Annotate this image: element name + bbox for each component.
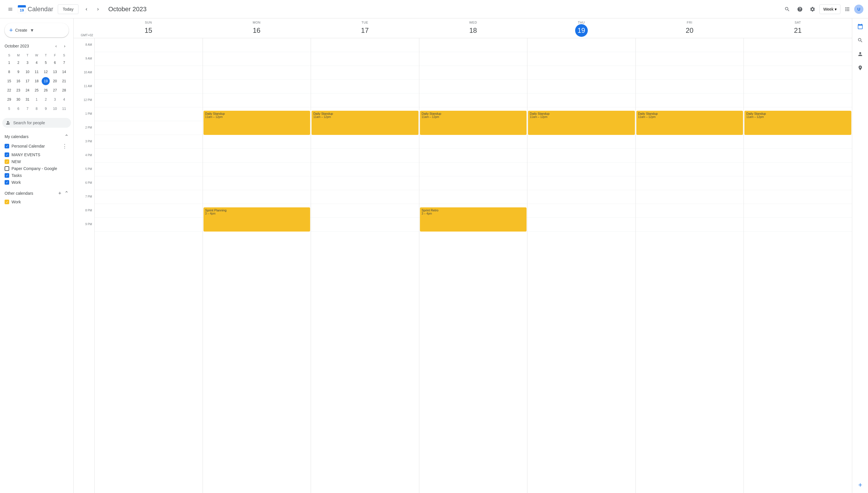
mini-day-2[interactable]: 2 [42,95,50,104]
mini-day-7[interactable]: 7 [24,105,31,113]
help-button[interactable] [794,3,806,15]
mini-day-18[interactable]: 18 [32,77,41,85]
event-4-3[interactable]: Daily Standup11am – 12pm [528,111,635,135]
mini-day-23[interactable]: 23 [14,86,22,94]
next-button[interactable]: › [92,3,104,15]
my-calendars-header[interactable]: My calendars ⌃ [2,132,71,141]
cal-item-more-0[interactable]: ⋮ [61,142,69,150]
my-cal-item-5[interactable]: Work [2,179,71,186]
event-1-6[interactable]: Sprint Planning3 – 4pm [204,207,311,232]
mini-day-4[interactable]: 4 [32,59,41,67]
mini-day-3[interactable]: 3 [51,95,59,104]
day-header-1[interactable]: MON16 [203,18,311,38]
mini-day-10[interactable]: 10 [24,68,31,76]
settings-button[interactable] [807,3,818,15]
mini-day-2[interactable]: 2 [14,59,22,67]
create-button[interactable]: + Create ▾ [5,23,69,37]
my-cal-item-0[interactable]: Personal Calendar⋮ [2,141,71,151]
day-header-2[interactable]: TUE17 [311,18,419,38]
event-5-4[interactable]: Daily Standup11am – 12pm [636,111,743,135]
mini-day-26[interactable]: 26 [42,86,50,94]
other-cal-item-0[interactable]: Work [2,198,71,206]
apps-button[interactable] [842,3,853,15]
mini-day-19[interactable]: 19 [42,77,50,85]
mini-day-11[interactable]: 11 [60,105,68,113]
event-1-0[interactable]: Daily Standup11am – 12pm [204,111,311,135]
grid-col-4[interactable]: Daily Standup11am – 12pm [527,38,636,493]
mini-day-3[interactable]: 3 [24,59,31,67]
avatar[interactable]: U [854,5,863,14]
add-other-cal-button[interactable]: + [56,189,64,197]
mini-day-1[interactable]: 1 [32,95,41,104]
grid-col-6[interactable]: Daily Standup11am – 12pm [744,38,852,493]
mini-day-11[interactable]: 11 [32,68,41,76]
other-calendars-header[interactable]: Other calendars + ⌃ [2,188,71,198]
right-maps-icon[interactable] [854,62,866,73]
mini-day-16[interactable]: 16 [14,77,22,85]
mini-prev-button[interactable]: ‹ [52,42,60,50]
mini-day-24[interactable]: 24 [24,86,31,94]
today-button[interactable]: Today [58,4,78,14]
time-grid[interactable]: 8 AM9 AM10 AM11 AM12 PM1 PM2 PM3 PM4 PM5… [74,38,852,493]
my-cal-item-4[interactable]: Tasks [2,172,71,179]
mini-day-21[interactable]: 21 [60,77,68,85]
mini-day-31[interactable]: 31 [24,95,31,104]
mini-day-8[interactable]: 8 [5,68,13,76]
event-3-2[interactable]: Daily Standup11am – 12pm [420,111,527,135]
grid-col-1[interactable]: Daily Standup11am – 12pmSprint Planning3… [203,38,311,493]
mini-day-6[interactable]: 6 [51,59,59,67]
mini-day-15[interactable]: 15 [5,77,13,85]
mini-day-27[interactable]: 27 [51,86,59,94]
event-3-7[interactable]: Sprint Retro3 – 4pm [420,207,527,232]
day-header-4[interactable]: THU19 [527,18,636,38]
mini-day-25[interactable]: 25 [32,86,41,94]
mini-day-7[interactable]: 7 [60,59,68,67]
cal-checkbox-2[interactable] [5,159,9,164]
mini-day-29[interactable]: 29 [5,95,13,104]
right-person-icon[interactable] [854,48,866,60]
mini-next-button[interactable]: › [61,42,69,50]
cal-checkbox-3[interactable] [5,166,9,171]
mini-day-22[interactable]: 22 [5,86,13,94]
mini-day-13[interactable]: 13 [51,68,59,76]
cal-checkbox-4[interactable] [5,173,9,178]
mini-day-14[interactable]: 14 [60,68,68,76]
mini-day-8[interactable]: 8 [32,105,41,113]
day-header-3[interactable]: WED18 [419,18,527,38]
mini-day-9[interactable]: 9 [14,68,22,76]
right-search-icon[interactable] [854,35,866,46]
menu-button[interactable] [5,3,16,15]
mini-day-20[interactable]: 20 [51,77,59,85]
day-header-5[interactable]: FRI20 [636,18,744,38]
grid-col-0[interactable] [94,38,203,493]
mini-day-12[interactable]: 12 [42,68,50,76]
mini-day-10[interactable]: 10 [51,105,59,113]
day-header-0[interactable]: SUN15 [94,18,203,38]
right-calendar-icon[interactable] [854,21,866,32]
search-people[interactable]: Search for people [2,118,71,128]
search-button[interactable] [781,3,793,15]
mini-day-9[interactable]: 9 [42,105,50,113]
mini-day-5[interactable]: 5 [5,105,13,113]
cal-checkbox-1[interactable] [5,152,9,157]
event-6-5[interactable]: Daily Standup11am – 12pm [745,111,851,135]
mini-day-1[interactable]: 1 [5,59,13,67]
grid-col-3[interactable]: Daily Standup11am – 12pmSprint Retro3 – … [419,38,527,493]
mini-day-4[interactable]: 4 [60,95,68,104]
my-cal-item-3[interactable]: Paper Company - Google [2,165,71,172]
mini-day-28[interactable]: 28 [60,86,68,94]
view-selector[interactable]: Week ▾ [819,4,840,14]
my-cal-item-2[interactable]: NEW [2,158,71,165]
event-2-1[interactable]: Daily Standup11am – 12pm [312,111,418,135]
day-header-6[interactable]: SAT21 [744,18,852,38]
cal-checkbox-0[interactable] [5,144,9,148]
mini-day-30[interactable]: 30 [14,95,22,104]
my-cal-item-1[interactable]: MANY EVENTS [2,151,71,158]
cal-checkbox-5[interactable] [5,180,9,185]
other-cal-checkbox-0[interactable] [5,200,9,204]
mini-day-5[interactable]: 5 [42,59,50,67]
right-add-icon[interactable] [854,479,866,491]
mini-day-6[interactable]: 6 [14,105,22,113]
prev-button[interactable]: ‹ [81,3,92,15]
mini-day-17[interactable]: 17 [24,77,31,85]
